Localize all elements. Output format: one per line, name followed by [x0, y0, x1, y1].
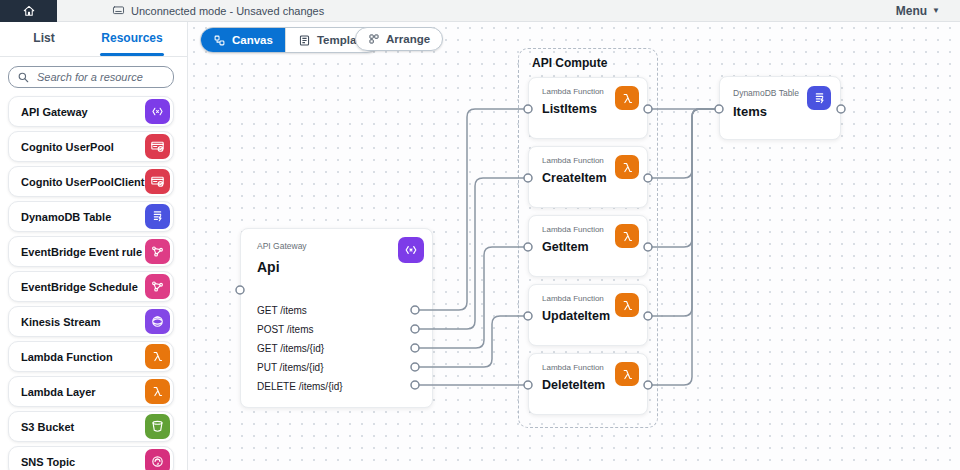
lambda-node-listitems[interactable]: Lambda FunctionListItems — [528, 77, 648, 139]
node-title: ListItems — [542, 102, 597, 116]
arrange-button[interactable]: Arrange — [355, 27, 443, 51]
lambda-icon — [145, 344, 170, 369]
resource-label: API Gateway — [21, 106, 88, 118]
resource-label: Cognito UserPool — [21, 141, 114, 153]
tab-resources[interactable]: Resources — [88, 22, 176, 56]
node-type-label: DynamoDB Table — [733, 88, 799, 98]
sns-icon — [145, 449, 170, 470]
tab-list[interactable]: List — [0, 22, 88, 56]
resource-item-kinesis-stream[interactable]: Kinesis Stream — [8, 306, 174, 337]
resource-label: Kinesis Stream — [21, 316, 100, 328]
lambda-node-getitem[interactable]: Lambda FunctionGetItem — [528, 215, 648, 277]
lambda-icon — [615, 362, 639, 386]
s3-bucket-icon — [145, 414, 170, 439]
lambda-icon — [615, 155, 639, 179]
resource-item-eventbridge-event-rule[interactable]: EventBridge Event rule — [8, 236, 174, 267]
lambda-icon — [615, 86, 639, 110]
node-type-label: Lambda Function — [542, 87, 604, 96]
resource-label: S3 Bucket — [21, 421, 74, 433]
application-composer-app: Unconnected mode - Unsaved changes Menu … — [0, 0, 960, 470]
view-switcher: Canvas Template — [200, 27, 380, 53]
resource-item-s3-bucket[interactable]: S3 Bucket — [8, 411, 174, 442]
lambda-icon — [615, 293, 639, 317]
caret-down-icon: ▼ — [932, 7, 940, 15]
home-button[interactable] — [0, 0, 57, 22]
group-title: API Compute — [532, 56, 607, 70]
lambda-node-createitem[interactable]: Lambda FunctionCreateItem — [528, 146, 648, 208]
arrange-icon — [368, 33, 380, 45]
node-title: Api — [257, 259, 280, 275]
resource-item-sns-topic[interactable]: SNS Topic — [8, 446, 174, 470]
resource-item-eventbridge-schedule[interactable]: EventBridge Schedule — [8, 271, 174, 302]
api-route[interactable]: DELETE /items/{id} — [257, 377, 408, 396]
connection-status: Unconnected mode - Unsaved changes — [112, 4, 324, 17]
cognito-userpool-icon — [145, 134, 170, 159]
template-view-icon — [298, 34, 311, 47]
resource-label: EventBridge Schedule — [21, 281, 138, 293]
resource-item-lambda-layer[interactable]: Lambda Layer — [8, 376, 174, 407]
resource-item-lambda-function[interactable]: Lambda Function — [8, 341, 174, 372]
resource-label: Lambda Layer — [21, 386, 96, 398]
resource-label: Cognito UserPoolClient — [21, 176, 144, 188]
node-title: GetItem — [542, 240, 589, 254]
lambda-node-deleteitem[interactable]: Lambda FunctionDeleteItem — [528, 353, 648, 415]
kinesis-icon — [145, 309, 170, 334]
resource-item-api-gateway[interactable]: API Gateway — [8, 96, 174, 127]
api-route[interactable]: PUT /items/{id} — [257, 358, 408, 377]
canvas-view-icon — [213, 34, 226, 47]
resource-label: EventBridge Event rule — [21, 246, 142, 258]
resource-item-dynamodb-table[interactable]: DynamoDB Table — [8, 201, 174, 232]
lambda-icon — [145, 379, 170, 404]
search-input[interactable] — [35, 70, 165, 84]
node-type-label: Lambda Function — [542, 363, 604, 372]
unconnected-icon — [112, 4, 125, 17]
api-gateway-node[interactable]: API Gateway Api GET /itemsPOST /itemsGET… — [240, 228, 433, 408]
lambda-node-updateitem[interactable]: Lambda FunctionUpdateItem — [528, 284, 648, 346]
lambda-icon — [615, 224, 639, 248]
cognito-userpool-icon — [145, 169, 170, 194]
resource-label: DynamoDB Table — [21, 211, 111, 223]
api-route[interactable]: GET /items — [257, 301, 408, 320]
node-type-label: Lambda Function — [542, 225, 604, 234]
menu-label: Menu — [896, 4, 927, 18]
arrange-label: Arrange — [386, 33, 430, 45]
dynamodb-icon — [145, 204, 170, 229]
api-gateway-icon — [398, 237, 424, 263]
status-text: Unconnected mode - Unsaved changes — [131, 5, 324, 17]
eventbridge-icon — [145, 239, 170, 264]
top-bar: Unconnected mode - Unsaved changes Menu … — [0, 0, 960, 22]
resource-item-cognito-userpoolclient[interactable]: Cognito UserPoolClient — [8, 166, 174, 197]
node-title: CreateItem — [542, 171, 607, 185]
resource-search — [8, 66, 174, 88]
sidebar-tabs: List Resources — [0, 22, 187, 57]
canvas-view-label: Canvas — [232, 34, 273, 46]
api-route[interactable]: POST /items — [257, 320, 408, 339]
node-title: DeleteItem — [542, 378, 605, 392]
node-type-label: Lambda Function — [542, 294, 604, 303]
resource-label: SNS Topic — [21, 456, 75, 468]
dynamodb-table-node[interactable]: DynamoDB Table Items — [719, 76, 841, 140]
resource-item-cognito-userpool[interactable]: Cognito UserPool — [8, 131, 174, 162]
home-icon — [22, 4, 36, 18]
route-list: GET /itemsPOST /itemsGET /items/{id}PUT … — [257, 301, 408, 396]
node-title: Items — [733, 104, 767, 119]
menu-button[interactable]: Menu ▼ — [896, 4, 940, 18]
node-title: UpdateItem — [542, 309, 610, 323]
api-route[interactable]: GET /items/{id} — [257, 339, 408, 358]
resource-sidebar: List Resources API GatewayCognito UserPo… — [0, 22, 188, 470]
search-icon — [17, 71, 30, 84]
canvas-view-button[interactable]: Canvas — [201, 28, 285, 52]
node-type-label: API Gateway — [257, 241, 307, 251]
resource-label: Lambda Function — [21, 351, 113, 363]
api-gateway-icon — [145, 99, 170, 124]
dynamodb-icon — [807, 86, 831, 110]
eventbridge-icon — [145, 274, 170, 299]
node-type-label: Lambda Function — [542, 156, 604, 165]
